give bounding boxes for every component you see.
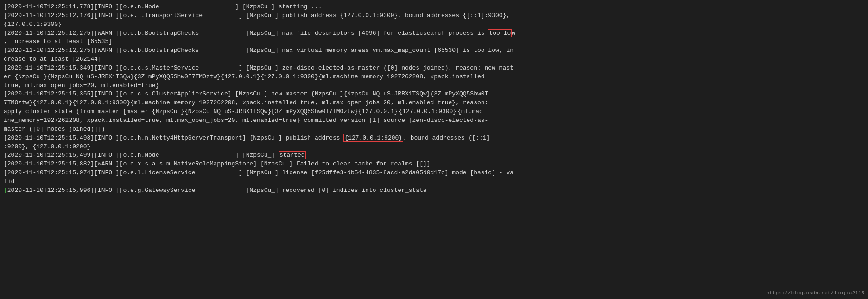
log-line-6: [2020-11-10T12:25:15,355][INFO ][o.e.c.s… xyxy=(4,90,864,134)
log-line-1: [2020-11-10T12:25:11,778][INFO ][o.e.n.N… xyxy=(4,3,864,12)
watermark: https://blog.csdn.net/liujia2115 xyxy=(767,290,864,297)
log-line-10: [2020-11-10T12:25:15,974][INFO ][o.e.l.L… xyxy=(4,169,864,186)
log-line-2: [2020-11-10T12:25:12,176][INFO ][o.e.t.T… xyxy=(4,12,864,29)
highlight-address-9200: {127.0.0.1:9200} xyxy=(343,134,403,142)
terminal-window: [2020-11-10T12:25:11,778][INFO ][o.e.n.N… xyxy=(0,0,868,299)
log-line-11: [2020-11-10T12:25:15,996][INFO ][o.e.g.G… xyxy=(4,186,864,195)
highlight-started: started xyxy=(279,151,306,159)
log-line-9: [2020-11-10T12:25:15,882][WARN ][o.e.x.s… xyxy=(4,160,864,169)
log-line-8: [2020-11-10T12:25:15,499][INFO ][o.e.n.N… xyxy=(4,151,864,160)
log-line-5: [2020-11-10T12:25:15,349][INFO ][o.e.c.s… xyxy=(4,64,864,90)
green-bracket-icon: [ xyxy=(4,187,7,194)
log-line-4: [2020-11-10T12:25:12,275][WARN ][o.e.b.B… xyxy=(4,46,864,64)
highlight-too-low-1: too lo xyxy=(488,29,512,37)
log-line-3: [2020-11-10T12:25:12,275][WARN ][o.e.b.B… xyxy=(4,29,864,47)
highlight-address-9300: {127.0.0.1:9300} xyxy=(398,108,457,115)
log-line-7: [2020-11-10T12:25:15,498][INFO ][o.e.h.n… xyxy=(4,134,864,152)
